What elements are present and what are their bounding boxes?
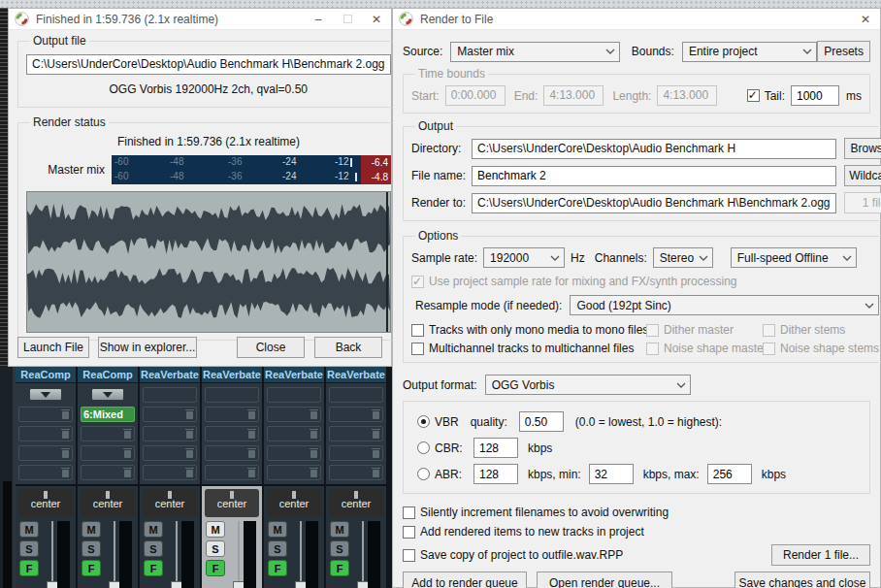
mute-button[interactable]: M bbox=[144, 521, 163, 538]
fx-insert-slot[interactable]: 6:Mixed bbox=[81, 407, 135, 422]
dialog-titlebar[interactable]: Render to File ✕ bbox=[393, 9, 880, 30]
close-icon[interactable]: ✕ bbox=[362, 9, 391, 30]
mute-button[interactable]: M bbox=[330, 521, 349, 538]
fx-slot-empty[interactable] bbox=[205, 387, 259, 403]
trash-icon[interactable] bbox=[373, 470, 379, 477]
fx-slot-empty[interactable] bbox=[329, 387, 383, 403]
fx-slot-empty[interactable] bbox=[81, 445, 135, 461]
multichannel-checkbox[interactable]: Multichannel tracks to multichannel file… bbox=[411, 342, 646, 355]
trash-icon[interactable] bbox=[310, 431, 317, 439]
fx-slot-empty[interactable] bbox=[81, 426, 135, 441]
trash-icon[interactable] bbox=[124, 470, 131, 477]
add-to-render-queue-button[interactable]: Add to render queue bbox=[403, 572, 527, 588]
fx-slot-empty[interactable] bbox=[18, 407, 73, 422]
fx-slot-empty[interactable] bbox=[143, 407, 197, 422]
solo-button[interactable]: S bbox=[206, 540, 225, 557]
browse-button[interactable]: Browse... bbox=[844, 138, 881, 159]
dialog-titlebar[interactable]: Finished in 1:59.736 (2.1x realtime) – ✕ bbox=[9, 9, 391, 30]
launch-file-button[interactable]: Launch File bbox=[17, 337, 89, 358]
fx-slot-label[interactable]: ReaVerbate bbox=[264, 367, 324, 383]
sample-rate-select[interactable]: 192000 bbox=[483, 247, 565, 268]
fx-enable-button[interactable]: F bbox=[19, 560, 39, 576]
volume-fader[interactable] bbox=[353, 521, 383, 588]
pan-control[interactable]: center bbox=[267, 489, 321, 517]
fx-slot-empty[interactable] bbox=[143, 426, 197, 441]
resample-mode-select[interactable]: Good (192pt Sinc) bbox=[570, 295, 879, 315]
mute-button[interactable]: M bbox=[19, 521, 39, 538]
fx-slot-empty[interactable] bbox=[267, 407, 321, 422]
fx-slot-label[interactable]: ReaComp bbox=[78, 367, 138, 383]
bounds-select[interactable]: Entire project bbox=[682, 42, 817, 62]
fx-slot-empty[interactable] bbox=[81, 465, 135, 480]
abr-min-input[interactable] bbox=[589, 464, 634, 484]
show-in-explorer-button[interactable]: Show in explorer... bbox=[98, 337, 197, 358]
pan-control[interactable]: center bbox=[81, 489, 135, 517]
mixer-strip[interactable]: ReaVerbate center M S F bbox=[264, 367, 324, 588]
fx-slot-empty[interactable] bbox=[143, 387, 197, 403]
maximize-icon[interactable] bbox=[333, 9, 362, 30]
output-format-select[interactable]: OGG Vorbis bbox=[485, 375, 691, 395]
fx-slot-label[interactable]: ReaVerbate bbox=[326, 367, 386, 383]
fx-enable-button[interactable]: F bbox=[144, 560, 163, 576]
pan-control[interactable]: center bbox=[143, 489, 197, 517]
fx-slot-empty[interactable] bbox=[18, 426, 73, 441]
trash-icon[interactable] bbox=[310, 450, 317, 458]
trash-icon[interactable] bbox=[62, 411, 69, 419]
fx-slot-empty[interactable] bbox=[205, 426, 259, 441]
pan-control[interactable]: center bbox=[329, 489, 383, 517]
solo-button[interactable]: S bbox=[268, 540, 287, 557]
mute-button[interactable]: M bbox=[268, 521, 287, 538]
file-name-input[interactable] bbox=[472, 166, 836, 186]
source-select[interactable]: Master mix bbox=[450, 42, 619, 62]
solo-button[interactable]: S bbox=[330, 540, 349, 557]
trash-icon[interactable] bbox=[310, 470, 317, 477]
cbr-input[interactable] bbox=[473, 438, 518, 458]
back-button[interactable]: Back bbox=[314, 337, 382, 358]
save-copy-checkbox[interactable]: Save copy of project to outfile.wav.RPP bbox=[403, 548, 623, 562]
abr-radio[interactable] bbox=[417, 468, 430, 480]
trash-icon[interactable] bbox=[186, 411, 193, 419]
volume-fader[interactable] bbox=[105, 521, 135, 588]
abr-input[interactable] bbox=[473, 464, 518, 484]
pan-control[interactable]: center bbox=[205, 489, 259, 517]
open-render-queue-button[interactable]: Open render queue... bbox=[537, 572, 672, 588]
mixer-strip[interactable]: ReaComp 6:Mixed center M S F bbox=[78, 367, 138, 588]
render-file-button[interactable]: Render 1 file... bbox=[771, 544, 870, 566]
fx-slot-empty[interactable] bbox=[267, 465, 321, 480]
mixer-strip[interactable]: ReaVerbate center M S F bbox=[140, 367, 200, 588]
pan-control[interactable]: center bbox=[18, 489, 73, 517]
fx-slot-empty[interactable] bbox=[267, 445, 321, 461]
channels-select[interactable]: Stereo bbox=[653, 247, 713, 268]
directory-field[interactable]: C:\Users\UnderCore\Desktop\Audio Benchma… bbox=[472, 139, 836, 159]
volume-fader[interactable] bbox=[229, 521, 259, 588]
add-rendered-items-checkbox[interactable]: Add rendered items to new tracks in proj… bbox=[403, 525, 644, 539]
solo-button[interactable]: S bbox=[82, 540, 101, 557]
trash-icon[interactable] bbox=[62, 450, 69, 458]
fx-slot-empty[interactable] bbox=[18, 445, 73, 461]
fx-slot-empty[interactable] bbox=[143, 445, 197, 461]
fx-slot-empty[interactable] bbox=[205, 407, 259, 422]
mixer-strip[interactable]: ReaComp center M S F bbox=[16, 367, 76, 588]
abr-max-input[interactable] bbox=[707, 464, 752, 484]
trash-icon[interactable] bbox=[186, 431, 193, 439]
fx-enable-button[interactable]: F bbox=[82, 560, 101, 576]
fx-slot-empty[interactable] bbox=[267, 426, 321, 441]
fx-slot-label[interactable]: ReaVerbate bbox=[140, 367, 200, 383]
vbr-radio[interactable] bbox=[417, 415, 430, 428]
presets-button[interactable]: Presets bbox=[817, 41, 870, 62]
fx-slot-empty[interactable] bbox=[205, 445, 259, 461]
trash-icon[interactable] bbox=[248, 431, 255, 439]
wildcards-button[interactable]: Wildcards bbox=[844, 165, 881, 186]
trash-icon[interactable] bbox=[248, 450, 255, 458]
mixer-strip-selected[interactable]: ReaVerbate center M S F bbox=[202, 367, 262, 588]
solo-button[interactable]: S bbox=[144, 540, 163, 557]
trash-icon[interactable] bbox=[373, 450, 379, 458]
mono-files-checkbox[interactable]: Tracks with only mono media to mono file… bbox=[411, 323, 646, 337]
background-scrollbar[interactable] bbox=[0, 8, 8, 367]
fx-slot-empty[interactable] bbox=[329, 445, 383, 461]
mute-button[interactable]: M bbox=[206, 521, 225, 538]
render-speed-select[interactable]: Full-speed Offline bbox=[731, 247, 857, 268]
trash-icon[interactable] bbox=[186, 450, 193, 458]
fx-slot-empty[interactable] bbox=[205, 465, 259, 480]
close-button[interactable]: Close bbox=[237, 337, 305, 358]
